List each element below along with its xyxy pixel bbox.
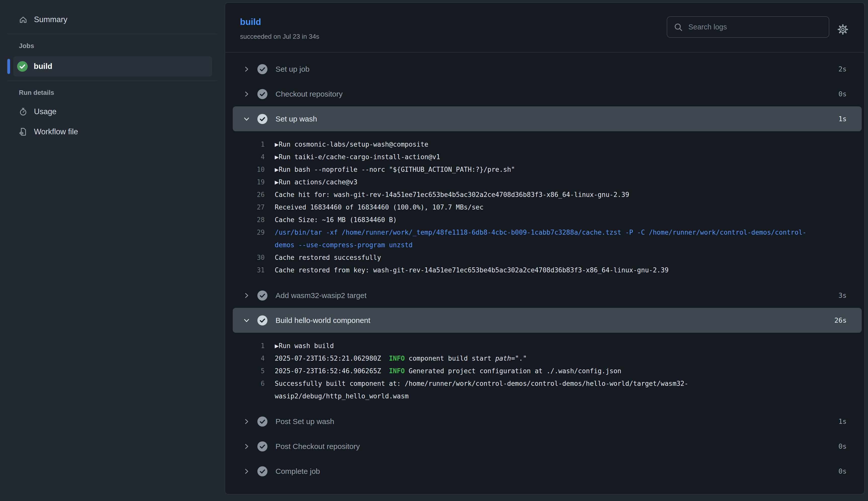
search-logs-box: [667, 17, 829, 38]
step-success-check-circle-icon: [257, 290, 267, 300]
step-header[interactable]: Checkout repository0s: [225, 82, 864, 106]
job-status-subtitle: succeeded on Jul 23 in 34s: [240, 32, 319, 41]
step-header[interactable]: Add wasm32-wasip2 target3s: [225, 283, 864, 308]
step-log-block: 1▶Run cosmonic-labs/setup-wash@composite…: [225, 131, 864, 283]
chevron-down-icon: [243, 317, 250, 324]
job-title-link[interactable]: build: [240, 17, 261, 27]
step-success-check-circle-icon: [257, 466, 267, 476]
usage-label: Usage: [34, 107, 56, 116]
steps-list: Set up job2sCheckout repository0sSet up …: [225, 53, 864, 484]
step-name: Post Checkout repository: [275, 442, 360, 451]
run-details-label: Run details: [0, 88, 225, 97]
log-line: 29/usr/bin/tar -xf /home/runner/work/_te…: [248, 226, 864, 251]
chevron-right-icon: [243, 66, 250, 73]
step-duration: 0s: [838, 467, 847, 475]
log-line-number[interactable]: 4: [248, 151, 265, 163]
sidebar-divider: [8, 81, 217, 81]
log-text: ▶Run bash --noprofile --norc "${GITHUB_A…: [275, 163, 811, 176]
search-logs-input[interactable]: [688, 23, 822, 31]
log-line: 27Received 16834460 of 16834460 (100.0%)…: [248, 201, 864, 214]
log-line: 28Cache Size: ~16 MB (16834460 B): [248, 214, 864, 226]
step-success-check-circle-icon: [257, 316, 267, 326]
step-duration: 1s: [838, 115, 847, 123]
log-text: ▶Run taiki-e/cache-cargo-install-action@…: [275, 151, 811, 163]
log-line-number[interactable]: 5: [248, 365, 265, 377]
log-line-number[interactable]: 1: [248, 138, 265, 151]
step-log-block: 1▶Run wash build42025-07-23T16:52:21.062…: [225, 333, 864, 409]
step-header[interactable]: Post Set up wash1s: [225, 409, 864, 434]
search-icon: [674, 23, 683, 32]
sidebar-item-summary[interactable]: Summary: [0, 10, 225, 30]
log-line-number[interactable]: 1: [248, 340, 265, 352]
sidebar-item-usage[interactable]: Usage: [0, 102, 225, 122]
log-text: Cache restored from key: wash-git-rev-14…: [275, 264, 811, 276]
log-line-number[interactable]: 28: [248, 214, 265, 226]
step-header-expanded[interactable]: Build hello-world component26s: [233, 308, 862, 333]
log-line-number[interactable]: 10: [248, 163, 265, 176]
log-line: 30Cache restored successfully: [248, 251, 864, 264]
log-line-number[interactable]: 27: [248, 201, 265, 214]
step-name: Set up wash: [275, 115, 317, 123]
log-text: Cache hit for: wash-git-rev-14a51ee71ec6…: [275, 188, 811, 201]
job-log-header: build succeeded on Jul 23 in 34s: [225, 3, 864, 53]
log-text: ▶Run actions/cache@v3: [275, 176, 811, 188]
log-text: Received 16834460 of 16834460 (100.0%), …: [275, 201, 811, 214]
sidebar-divider: [8, 34, 217, 34]
stopwatch-icon: [19, 107, 28, 116]
job-log-panel: build succeeded on Jul 23 in 34s Se: [225, 2, 865, 494]
log-line: 19▶Run actions/cache@v3: [248, 176, 864, 188]
step-success-check-circle-icon: [257, 441, 267, 451]
log-text: 2025-07-23T16:52:46.906265Z INFO Generat…: [275, 365, 811, 377]
log-text: ▶Run cosmonic-labs/setup-wash@composite: [275, 138, 811, 151]
step-duration: 0s: [838, 90, 847, 98]
log-line-number[interactable]: 19: [248, 176, 265, 188]
workflow-file-label: Workflow file: [34, 127, 78, 136]
step-header[interactable]: Set up job2s: [225, 56, 864, 82]
chevron-right-icon: [243, 292, 250, 299]
log-line-number[interactable]: 4: [248, 352, 265, 365]
step-name: Add wasm32-wasip2 target: [275, 291, 367, 300]
step-success-check-circle-icon: [257, 64, 267, 74]
step-name: Complete job: [275, 467, 320, 476]
gear-icon: [837, 24, 849, 35]
step-name: Checkout repository: [275, 90, 343, 98]
step-name: Post Set up wash: [275, 417, 334, 426]
step-duration: 3s: [838, 291, 847, 299]
log-line-number[interactable]: 6: [248, 377, 265, 390]
home-icon: [19, 15, 28, 24]
log-text: /usr/bin/tar -xf /home/runner/work/_temp…: [275, 226, 811, 251]
step-header-expanded[interactable]: Set up wash1s: [233, 106, 862, 131]
chevron-right-icon: [243, 468, 250, 475]
sidebar-item-workflow-file[interactable]: Workflow file: [0, 122, 225, 142]
step-header[interactable]: Complete job0s: [225, 459, 864, 484]
log-line-number[interactable]: 26: [248, 188, 265, 201]
log-line: 1▶Run wash build: [248, 340, 864, 352]
selected-job-accent-bar: [7, 59, 10, 74]
sidebar-job-item-build[interactable]: build: [13, 56, 212, 76]
log-line-number[interactable]: 29: [248, 226, 265, 239]
step-success-check-circle-icon: [257, 114, 267, 124]
success-check-circle-icon: [17, 61, 28, 72]
log-line: 1▶Run cosmonic-labs/setup-wash@composite: [248, 138, 864, 151]
chevron-right-icon: [243, 418, 250, 425]
step-success-check-circle-icon: [257, 416, 267, 427]
log-text: ▶Run wash build: [275, 340, 811, 352]
log-text: 2025-07-23T16:52:21.062980Z INFO compone…: [275, 352, 811, 365]
log-text: Successfully built component at: /home/r…: [275, 377, 811, 402]
log-line-number[interactable]: 31: [248, 264, 265, 276]
log-line-number[interactable]: 30: [248, 251, 265, 264]
file-code-icon: [19, 128, 28, 136]
job-label: build: [34, 62, 52, 71]
log-settings-button[interactable]: [837, 23, 849, 35]
log-text: Cache restored successfully: [275, 251, 811, 264]
summary-label: Summary: [34, 15, 67, 24]
log-text: Cache Size: ~16 MB (16834460 B): [275, 214, 811, 226]
log-line: 31Cache restored from key: wash-git-rev-…: [248, 264, 864, 276]
step-name: Set up job: [275, 65, 309, 73]
chevron-right-icon: [243, 443, 250, 450]
step-header[interactable]: Post Checkout repository0s: [225, 434, 864, 459]
log-line: 10▶Run bash --noprofile --norc "${GITHUB…: [248, 163, 864, 176]
step-duration: 1s: [838, 417, 847, 425]
log-line: 6Successfully built component at: /home/…: [248, 377, 864, 402]
step-duration: 26s: [834, 317, 847, 324]
